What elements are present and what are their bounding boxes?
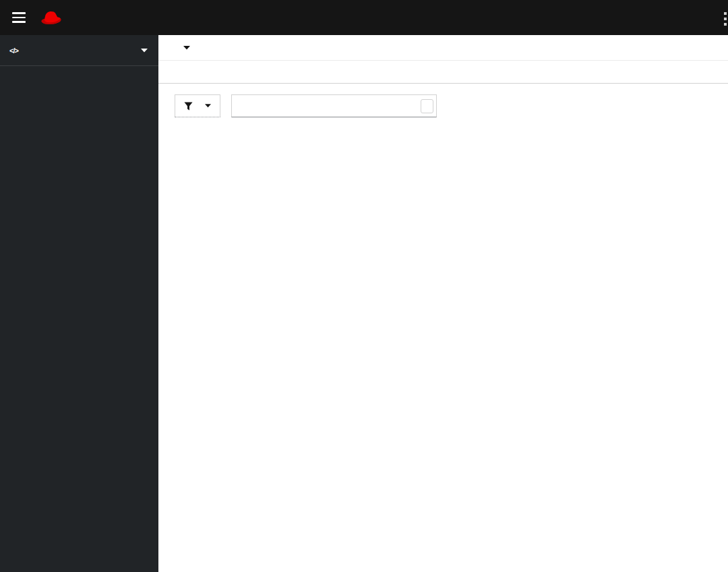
caret-down-icon [205, 104, 211, 108]
code-icon: </> [9, 47, 18, 55]
project-selector[interactable] [175, 46, 190, 50]
filter-dropdown[interactable] [175, 94, 220, 117]
main-content [158, 35, 728, 572]
chevron-down-icon [141, 49, 148, 53]
perspective-switcher[interactable]: </> [0, 35, 158, 66]
search-shortcut-key [421, 99, 433, 113]
brand-logo [39, 9, 69, 26]
caret-down-icon [183, 46, 190, 50]
project-context-bar [158, 35, 728, 61]
sidebar-nav: </> [0, 35, 158, 572]
search-input[interactable] [231, 94, 437, 117]
hamburger-icon [12, 12, 26, 14]
masthead [0, 0, 728, 35]
nav-toggle-button[interactable] [8, 5, 30, 30]
redhat-fedora-icon [39, 9, 63, 26]
kebab-icon[interactable] [720, 9, 728, 29]
filter-funnel-icon [184, 102, 193, 111]
toolbar [158, 84, 728, 117]
